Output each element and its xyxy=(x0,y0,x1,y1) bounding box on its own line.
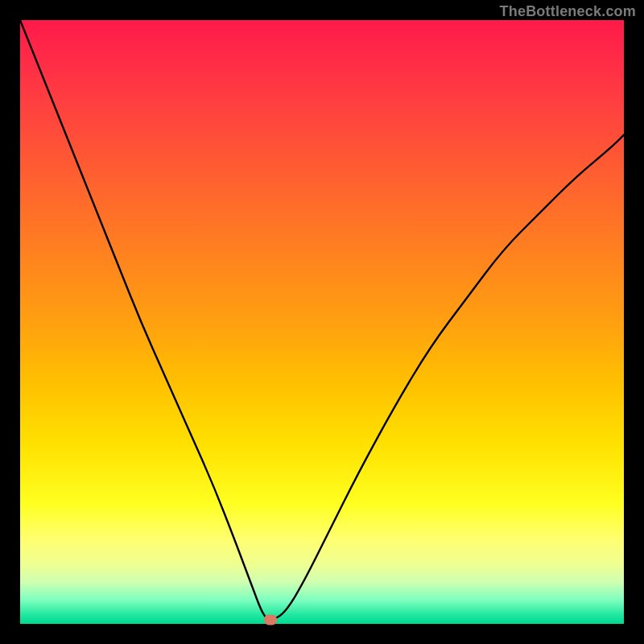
chart-frame: TheBottleneck.com xyxy=(0,0,644,644)
optimal-marker xyxy=(264,614,277,625)
curve-path xyxy=(20,20,624,620)
plot-area xyxy=(20,20,624,624)
bottleneck-curve xyxy=(20,20,624,624)
watermark-text: TheBottleneck.com xyxy=(500,3,636,20)
